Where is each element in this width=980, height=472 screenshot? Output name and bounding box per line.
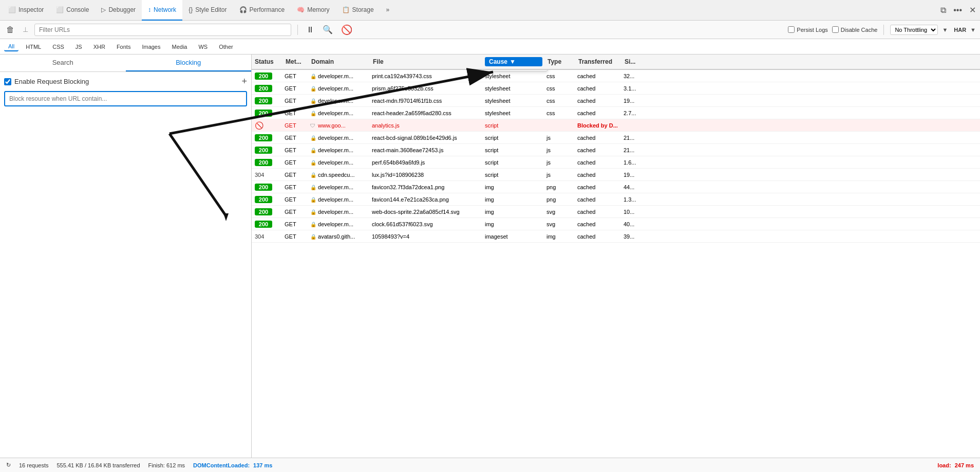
tab-more[interactable]: »: [380, 0, 396, 21]
tab-memory[interactable]: 🧠 Memory: [291, 0, 335, 21]
file-text: analytics.js: [372, 122, 400, 129]
search-button[interactable]: 🔍: [321, 24, 335, 35]
request-count: 16 requests: [19, 462, 48, 468]
domain-text: developer.m...: [318, 135, 353, 141]
filter-all-button[interactable]: All: [4, 42, 18, 51]
header-transferred[interactable]: Transferred: [575, 58, 621, 65]
transferred-text: cached: [577, 85, 595, 92]
lock-icon: 🔒: [310, 111, 316, 116]
tab-inspector-label: Inspector: [18, 6, 44, 13]
file-text: favicon144.e7e21ca263ca.png: [372, 196, 449, 203]
status-badge-200: 200: [255, 184, 272, 191]
status-badge-304: 304: [255, 172, 264, 178]
more-options-button[interactable]: •••: [951, 4, 964, 17]
cause-header-badge[interactable]: Cause ▼: [485, 57, 542, 66]
disable-cache-label[interactable]: Disable Cache: [832, 26, 878, 33]
disable-cache-checkbox[interactable]: [832, 26, 839, 33]
status-badge-200: 200: [255, 196, 272, 203]
persist-logs-checkbox[interactable]: [788, 26, 795, 33]
filter-xhr-button[interactable]: XHR: [89, 43, 109, 51]
filter-css-button[interactable]: CSS: [48, 43, 68, 51]
enable-blocking-checkbox[interactable]: [4, 78, 11, 85]
block-resource-input[interactable]: [4, 91, 247, 106]
header-status[interactable]: Status: [252, 58, 282, 65]
domain-text: developer.m...: [318, 196, 353, 203]
header-method[interactable]: Met...: [282, 58, 308, 65]
persist-logs-label[interactable]: Persist Logs: [788, 26, 828, 33]
size-text: 40...: [624, 221, 634, 227]
separator-1: [297, 25, 298, 35]
method-cell: GET: [285, 98, 296, 104]
tab-performance[interactable]: 🎧 Performance: [233, 0, 291, 21]
table-row[interactable]: 🚫GET🛡 www.goo...analytics.jsscriptBlocke…: [252, 119, 980, 132]
type-text: png: [546, 184, 556, 190]
filter-urls-input[interactable]: [34, 24, 291, 36]
domain-text: developer.m...: [318, 73, 353, 79]
size-text: 44...: [624, 184, 634, 190]
lock-icon: 🔒: [310, 185, 316, 190]
cause-text: img: [485, 209, 494, 215]
main-content: Search Blocking Enable Request Blocking …: [0, 55, 980, 458]
load-value: 247 ms: [955, 462, 974, 468]
header-domain[interactable]: Domain: [308, 58, 370, 65]
close-button[interactable]: ✕: [967, 3, 978, 17]
table-row[interactable]: 304GET🔒 avatars0.gith...10598493?v=4imag…: [252, 230, 980, 243]
filter-media-button[interactable]: Media: [167, 43, 191, 51]
table-row[interactable]: 200GET🔒 developer.m...print.ca192a439743…: [252, 70, 980, 82]
transferred-text: cached: [577, 172, 595, 178]
table-row[interactable]: 200GET🔒 developer.m...react-header.2a659…: [252, 107, 980, 119]
throttle-select[interactable]: No Throttling Slow 3G Fast 3G Offline: [890, 25, 938, 35]
tab-inspector[interactable]: ⬜ Inspector: [2, 0, 50, 21]
filter-ws-button[interactable]: WS: [194, 43, 212, 51]
add-blocking-rule-button[interactable]: +: [241, 76, 247, 87]
blocked-status-icon: 🚫: [255, 121, 263, 130]
transferred-text: cached: [577, 221, 595, 227]
tab-network[interactable]: ↕ Network: [142, 0, 182, 21]
search-tab[interactable]: Search: [0, 55, 126, 71]
table-row[interactable]: 200GET🔒 developer.m...react-mdn.f97014f6…: [252, 95, 980, 107]
tab-memory-label: Memory: [307, 6, 329, 13]
cause-text: stylesheet: [485, 98, 511, 104]
table-row[interactable]: 200GET🔒 developer.m...favicon32.7f3da72d…: [252, 181, 980, 193]
cause-text: img: [485, 184, 494, 190]
header-cause[interactable]: Cause ▼: [483, 57, 544, 66]
filter-fonts-button[interactable]: Fonts: [112, 43, 135, 51]
filter-other-button[interactable]: Other: [215, 43, 237, 51]
tab-storage[interactable]: 📋 Storage: [336, 0, 380, 21]
domain-text: www.goo...: [318, 122, 346, 129]
table-row[interactable]: 200GET🔒 developer.m...clock.661d537f6023…: [252, 218, 980, 230]
split-view-button[interactable]: ⧉: [938, 4, 948, 17]
har-label: HAR: [954, 27, 966, 33]
filter-html-button[interactable]: HTML: [22, 43, 45, 51]
table-row[interactable]: 200GET🔒 developer.m...favicon144.e7e21ca…: [252, 193, 980, 206]
table-row[interactable]: 200GET🔒 developer.m...react-bcd-signal.0…: [252, 132, 980, 144]
tab-performance-label: Performance: [250, 6, 285, 13]
header-size[interactable]: Si...: [621, 58, 652, 65]
filter-js-button[interactable]: JS: [71, 43, 86, 51]
filter-images-button[interactable]: Images: [138, 43, 164, 51]
table-row[interactable]: 200GET🔒 developer.m...web-docs-sprite.22…: [252, 206, 980, 218]
table-row[interactable]: 200GET🔒 developer.m...perf.654b849a6fd9.…: [252, 156, 980, 169]
blocking-tab[interactable]: Blocking: [126, 55, 252, 71]
header-type[interactable]: Type: [544, 58, 575, 65]
type-text: img: [546, 233, 556, 240]
tab-style-editor[interactable]: {} Style Editor: [182, 0, 233, 21]
tab-console[interactable]: ⬜ Console: [50, 0, 95, 21]
enable-blocking-label[interactable]: Enable Request Blocking: [14, 78, 89, 85]
size-text: 21...: [624, 135, 634, 141]
method-cell: GET: [285, 147, 296, 153]
size-text: 32...: [624, 73, 634, 79]
table-row[interactable]: 304GET🔒 cdn.speedcu...lux.js?id=10890623…: [252, 169, 980, 181]
transferred-text: cached: [577, 233, 595, 240]
tab-bar: ⬜ Inspector ⬜ Console ▷ Debugger ↕ Netwo…: [0, 0, 980, 21]
tab-debugger[interactable]: ▷ Debugger: [95, 0, 142, 21]
right-panel: Status Met... Domain File Cause ▼ Type T…: [252, 55, 980, 458]
pause-button[interactable]: ⏸: [304, 24, 316, 35]
trash-icon[interactable]: 🗑: [4, 24, 16, 35]
header-file[interactable]: File: [370, 58, 483, 65]
table-row[interactable]: 200GET🔒 developer.m...prism.a6f275e5032b…: [252, 82, 980, 95]
block-button[interactable]: 🚫: [339, 23, 354, 37]
table-row[interactable]: 200GET🔒 developer.m...react-main.3608eae…: [252, 144, 980, 156]
lock-icon: 🔒: [310, 74, 316, 79]
method-cell: GET: [285, 172, 296, 178]
